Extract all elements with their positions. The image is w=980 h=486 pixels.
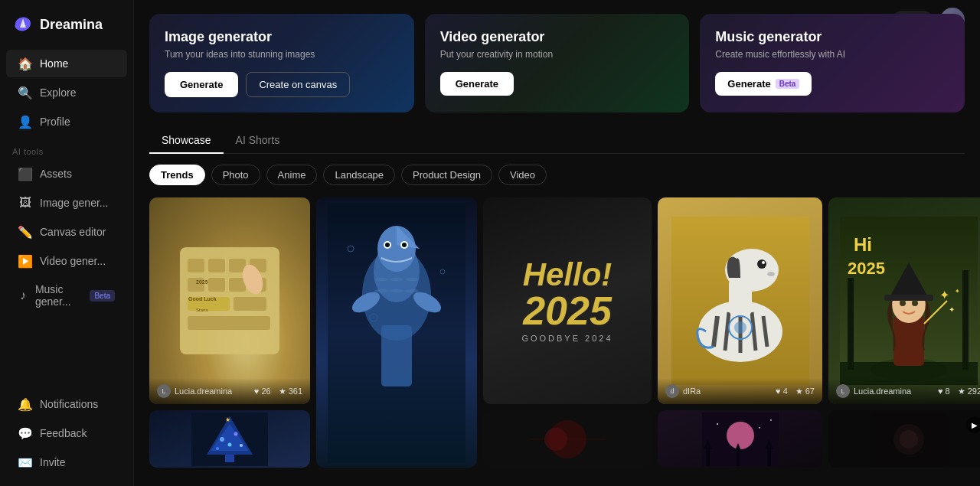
svg-point-37 xyxy=(767,272,775,276)
image-generate-button[interactable]: Generate xyxy=(165,72,238,97)
svg-rect-60 xyxy=(225,455,234,462)
image-generator-card: Image generator Turn your ideas into stu… xyxy=(149,14,414,113)
witch-svg: ✦ ✦ ✦ Hi 2025 xyxy=(840,217,978,385)
filter-product-design[interactable]: Product Design xyxy=(401,165,492,185)
svg-rect-28 xyxy=(381,325,412,387)
svg-rect-2 xyxy=(208,259,225,272)
sidebar-item-video-gen-label: Video gener... xyxy=(40,255,106,267)
sidebar-item-home[interactable]: 🏠 Home xyxy=(6,50,127,77)
sidebar-item-video-generator[interactable]: ▶️ Video gener... xyxy=(6,247,127,275)
moon-svg xyxy=(702,413,779,466)
svg-text:Hi: Hi xyxy=(854,234,872,255)
filter-video[interactable]: Video xyxy=(498,165,547,185)
gallery-item-4-likes-count: 8 xyxy=(946,387,950,396)
sidebar-logo[interactable]: Dreamina xyxy=(0,9,133,49)
hello-text: Hello! xyxy=(523,259,612,291)
filter-anime[interactable]: Anime xyxy=(266,165,318,185)
image-card-subtitle: Turn your ideas into stunning images xyxy=(165,49,399,60)
music-beta-tag: Beta xyxy=(776,79,800,89)
filter-landscape[interactable]: Landscape xyxy=(323,165,395,185)
filter-pills: Trends Photo Anime Landscape Product Des… xyxy=(149,165,965,185)
gallery-item-3-views-count: 67 xyxy=(805,387,815,396)
shark-image xyxy=(316,197,477,468)
gallery-item-4-views-count: 292 xyxy=(968,387,980,396)
svg-rect-73 xyxy=(706,447,710,466)
svg-rect-42 xyxy=(962,270,969,370)
tab-showcase[interactable]: Showcase xyxy=(149,128,224,154)
sidebar-item-feedback[interactable]: 💬 Feedback xyxy=(6,419,127,447)
video-card-title: Video generator xyxy=(440,29,675,45)
filter-trends[interactable]: Trends xyxy=(149,165,205,185)
gallery-item-0-overlay: L Lucia.dreamina ♥ 26 ★ 361 xyxy=(149,378,310,404)
svg-point-80 xyxy=(759,427,760,429)
gallery-item-0-likes: ♥ 26 xyxy=(254,387,271,396)
keyboard-svg: 2025 Good Luck Starts xyxy=(176,232,283,370)
home-icon: 🏠 xyxy=(18,57,32,70)
star-icon-4: ★ xyxy=(958,387,965,396)
sidebar-item-canvas-editor[interactable]: ✏️ Canvas editor xyxy=(6,218,127,246)
svg-text:✦: ✦ xyxy=(949,305,955,314)
dark-video-svg xyxy=(871,413,947,466)
sidebar-item-notifications[interactable]: 🔔 Notifications xyxy=(6,390,127,418)
tab-ai-shorts[interactable]: AI Shorts xyxy=(224,128,292,154)
blue-tree-svg: ★ xyxy=(191,413,268,466)
gallery-item-3-overlay: d dIRa ♥ 4 ★ 67 xyxy=(658,378,822,404)
video-play-icon: ▶ xyxy=(966,416,980,433)
gallery-item-0-username: Lucia.dreamina xyxy=(175,387,232,396)
feedback-icon: 💬 xyxy=(18,426,32,440)
svg-rect-48 xyxy=(884,295,933,301)
svg-rect-41 xyxy=(848,278,854,370)
sidebar-item-explore[interactable]: 🔍 Explore xyxy=(6,79,127,106)
heart-icon: ♥ xyxy=(254,387,260,396)
gallery-item-7[interactable] xyxy=(658,410,822,468)
svg-point-79 xyxy=(717,423,718,425)
music-card-buttons: Generate Beta xyxy=(715,72,949,96)
svg-point-35 xyxy=(757,259,766,269)
gallery-item-4-views: ★ 292 xyxy=(958,387,980,396)
video-generate-button[interactable]: Generate xyxy=(440,72,514,96)
sidebar-item-profile[interactable]: 👤 Profile xyxy=(6,108,127,135)
sidebar-item-image-generator[interactable]: 🖼 Image gener... xyxy=(6,189,127,217)
gallery-item-4-stats: ♥ 8 ★ 292 xyxy=(938,387,980,396)
sidebar-item-assets[interactable]: ⬛ Assets xyxy=(6,160,127,188)
music-generator-card: Music generator Create music effortlessl… xyxy=(700,14,965,113)
invite-icon: ✉️ xyxy=(18,455,32,469)
gallery-item-3-username: dIRa xyxy=(683,387,701,396)
gallery-item-0-avatar: L xyxy=(157,384,171,398)
filter-photo[interactable]: Photo xyxy=(211,165,260,185)
gallery-item-5[interactable]: ★ xyxy=(149,410,310,468)
ai-tools-section-label: AI tools xyxy=(0,136,133,159)
video-card-buttons: Generate xyxy=(440,72,675,96)
svg-rect-11 xyxy=(188,316,270,330)
music-beta-badge: Beta xyxy=(90,290,115,302)
dark-abstract-image xyxy=(483,410,652,468)
blue-tree-image: ★ xyxy=(149,410,310,468)
zebra-image xyxy=(658,197,822,404)
sidebar-item-invite-label: Invite xyxy=(40,456,65,468)
gallery-item-8[interactable]: ▶ xyxy=(828,410,980,468)
create-on-canvas-button[interactable]: Create on canvas xyxy=(246,72,350,97)
gallery-item-0[interactable]: 2025 Good Luck Starts L Lucia.dreamina ♥… xyxy=(149,197,310,404)
sidebar-item-music-gen-label: Music gener... xyxy=(35,283,80,308)
gallery-item-0-likes-count: 26 xyxy=(261,387,270,396)
main-content: 🔔 0 👤 Image generator Turn your ideas in… xyxy=(134,0,980,486)
gallery-item-2[interactable]: Hello! 2025 GOODBYE 2024 xyxy=(483,197,652,404)
gallery-item-4-avatar: L xyxy=(836,384,850,398)
svg-point-36 xyxy=(762,261,765,264)
sidebar-item-assets-label: Assets xyxy=(40,168,72,180)
app-name: Dreamina xyxy=(40,17,103,33)
svg-text:Good Luck: Good Luck xyxy=(188,296,217,302)
gallery-item-6[interactable] xyxy=(483,410,652,468)
gallery-item-4[interactable]: ✦ ✦ ✦ Hi 2025 L Lucia.dreamina ♥ 8 xyxy=(828,197,980,404)
gallery-item-3[interactable]: d dIRa ♥ 4 ★ 67 xyxy=(658,197,822,404)
gallery-item-3-user: d dIRa xyxy=(665,384,701,398)
gallery-item-1[interactable] xyxy=(316,197,477,468)
sidebar-item-music-generator[interactable]: ♪ Music gener... Beta xyxy=(6,276,127,315)
gallery-item-4-username: Lucia.dreamina xyxy=(854,387,911,396)
sidebar-item-canvas-label: Canvas editor xyxy=(40,226,106,238)
svg-rect-75 xyxy=(767,447,771,466)
music-generate-button[interactable]: Generate Beta xyxy=(715,72,812,96)
sidebar-item-invite[interactable]: ✉️ Invite xyxy=(6,448,127,476)
gallery-item-0-views-count: 361 xyxy=(289,387,302,396)
svg-text:Starts: Starts xyxy=(196,308,208,312)
